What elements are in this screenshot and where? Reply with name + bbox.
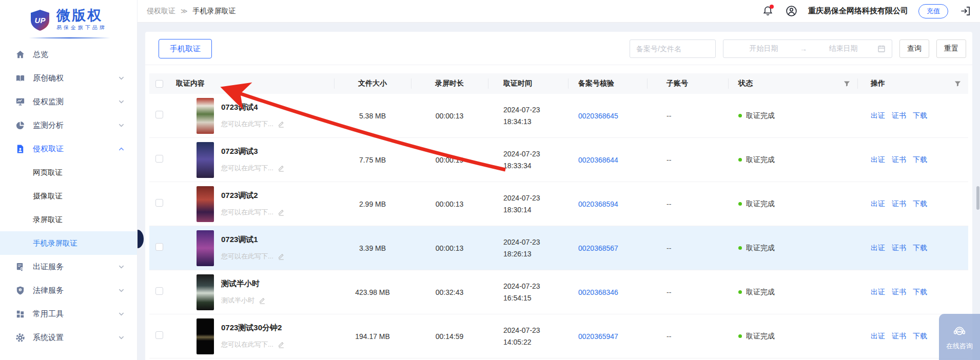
evidence-date: 2024-07-23 <box>503 281 568 292</box>
video-thumbnail[interactable] <box>197 318 214 354</box>
edit-icon[interactable] <box>278 341 285 348</box>
analysis-pie-icon <box>15 121 25 130</box>
record-number-link[interactable]: 0020368346 <box>578 288 618 296</box>
row-checkbox[interactable] <box>155 287 163 295</box>
sidebar: UP 微版权 易保全旗下品牌 总览 原创确权 侵权监测 监测分析 <box>0 0 138 360</box>
record-number-link[interactable]: 0020368567 <box>578 244 618 252</box>
row-checkbox[interactable] <box>155 111 163 118</box>
query-button[interactable]: 查询 <box>899 39 929 58</box>
video-thumbnail[interactable] <box>197 142 214 178</box>
table-row[interactable]: 0723调试1 您可以在此写下... 3.39 MB 00:00:13 2024… <box>149 226 968 270</box>
download-link[interactable]: 下载 <box>913 332 927 341</box>
certificate-link[interactable]: 证书 <box>892 288 906 297</box>
record-duration: 00:00:13 <box>411 112 488 120</box>
search-input[interactable] <box>630 39 716 58</box>
issue-cert-link[interactable]: 出证 <box>871 111 885 121</box>
table-row[interactable]: 0723调试4 您可以在此写下... 5.38 MB 00:00:13 2024… <box>149 94 968 138</box>
calendar-icon <box>877 45 886 53</box>
notification-badge <box>770 5 774 9</box>
table-row[interactable]: 测试半小时 测试半小时 423.98 MB 00:32:43 2024-07-2… <box>149 270 968 314</box>
edit-icon[interactable] <box>278 121 285 128</box>
sidebar-subitem-web-evidence[interactable]: 网页取证 <box>0 161 137 184</box>
issue-cert-link[interactable]: 出证 <box>871 288 885 297</box>
record-number-link[interactable]: 0020368645 <box>578 112 618 120</box>
record-number-link[interactable]: 0020365947 <box>578 332 618 341</box>
chevron-down-icon <box>118 75 125 82</box>
record-number-link[interactable]: 0020368594 <box>578 200 618 208</box>
phone-evidence-button[interactable]: 手机取证 <box>159 39 212 58</box>
edit-icon[interactable] <box>278 165 285 172</box>
avatar-icon <box>785 5 798 17</box>
notification-bell-button[interactable] <box>761 5 774 18</box>
download-link[interactable]: 下载 <box>913 288 927 297</box>
edit-icon[interactable] <box>259 297 266 304</box>
status-cell: 取证完成 <box>728 111 857 121</box>
evidence-title: 0723调试2 <box>221 191 285 201</box>
edit-icon[interactable] <box>278 253 285 260</box>
brand-logo[interactable]: UP 微版权 易保全旗下品牌 <box>0 0 137 36</box>
table-header: 取证内容 文件大小 录屏时长 取证时间 备案号核验 子账号 状态 操作 <box>149 73 968 94</box>
reset-button[interactable]: 重置 <box>936 39 966 58</box>
sidebar-item-original-rights[interactable]: 原创确权 <box>0 66 137 90</box>
status-dot <box>738 202 742 206</box>
status-label: 取证完成 <box>746 244 775 253</box>
date-range-picker[interactable]: 开始日期 → 结束日期 <box>723 39 892 58</box>
page-scrollbar-thumb[interactable] <box>976 186 979 210</box>
video-thumbnail[interactable] <box>197 274 214 310</box>
legal-shield-icon: 法 <box>15 286 25 295</box>
record-duration: 00:32:43 <box>411 288 488 296</box>
table-row[interactable]: 0723调试3 您可以在此写下... 7.75 MB 00:00:19 2024… <box>149 138 968 182</box>
sidebar-item-monitor-analysis[interactable]: 监测分析 <box>0 113 137 137</box>
select-all-checkbox[interactable] <box>155 80 163 88</box>
edit-icon[interactable] <box>278 209 285 216</box>
row-checkbox[interactable] <box>155 199 163 207</box>
online-consult-widget[interactable]: 在线咨询 <box>939 314 980 360</box>
chevron-down-icon <box>118 311 125 317</box>
table-row[interactable]: 0723测试30分钟2 您可以在此写下... 194.17 MB 00:14:5… <box>149 314 968 358</box>
file-size: 7.75 MB <box>334 156 411 164</box>
row-checkbox[interactable] <box>155 155 163 163</box>
record-number-link[interactable]: 0020368644 <box>578 156 618 164</box>
sidebar-item-system-settings[interactable]: 系统设置 <box>0 326 137 349</box>
sidebar-item-cert-service[interactable]: 出证服务 <box>0 255 137 278</box>
sidebar-item-infringement-monitor[interactable]: 侵权监测 <box>0 90 137 113</box>
filter-icon[interactable] <box>954 81 961 87</box>
breadcrumb-parent[interactable]: 侵权取证 <box>147 7 175 16</box>
certificate-link[interactable]: 证书 <box>892 111 906 121</box>
sidebar-item-legal-service[interactable]: 法 法律服务 <box>0 278 137 302</box>
sidebar-item-evidence[interactable]: 侵权取证 <box>0 137 137 161</box>
sidebar-item-overview[interactable]: 总览 <box>0 43 137 66</box>
svg-text:法: 法 <box>18 289 22 291</box>
col-header-sub-account: 子账号 <box>647 73 728 94</box>
user-avatar-button[interactable] <box>785 5 798 18</box>
certificate-link[interactable]: 证书 <box>892 199 906 209</box>
table-row[interactable]: 0723调试2 您可以在此写下... 2.99 MB 00:00:13 2024… <box>149 182 968 226</box>
sidebar-item-common-tools[interactable]: 常用工具 <box>0 302 137 326</box>
row-checkbox[interactable] <box>155 331 163 339</box>
logout-button[interactable] <box>958 5 972 18</box>
video-thumbnail[interactable] <box>197 98 214 134</box>
download-link[interactable]: 下载 <box>913 244 927 253</box>
certificate-link[interactable]: 证书 <box>892 332 906 341</box>
download-link[interactable]: 下载 <box>913 111 927 121</box>
download-link[interactable]: 下载 <box>913 155 927 165</box>
date-arrow-icon: → <box>800 45 807 53</box>
certificate-link[interactable]: 证书 <box>892 244 906 253</box>
issue-cert-link[interactable]: 出证 <box>871 332 885 341</box>
settings-gear-icon <box>15 333 25 343</box>
filter-icon[interactable] <box>844 81 850 87</box>
certificate-link[interactable]: 证书 <box>892 155 906 165</box>
issue-cert-link[interactable]: 出证 <box>871 244 885 253</box>
row-checkbox[interactable] <box>155 243 163 251</box>
sidebar-subitem-phone-screen-record[interactable]: 手机录屏取证 <box>0 231 137 255</box>
download-link[interactable]: 下载 <box>913 199 927 209</box>
evidence-note: 您可以在此写下... <box>221 208 273 217</box>
video-thumbnail[interactable] <box>197 186 214 222</box>
video-thumbnail[interactable] <box>197 230 214 266</box>
recharge-button[interactable]: 充值 <box>918 4 948 18</box>
sidebar-subitem-camera-evidence[interactable]: 摄像取证 <box>0 184 137 208</box>
issue-cert-link[interactable]: 出证 <box>871 155 885 165</box>
issue-cert-link[interactable]: 出证 <box>871 199 885 209</box>
evidence-title: 0723调试1 <box>221 235 285 245</box>
sidebar-subitem-screen-record-evidence[interactable]: 录屏取证 <box>0 208 137 231</box>
